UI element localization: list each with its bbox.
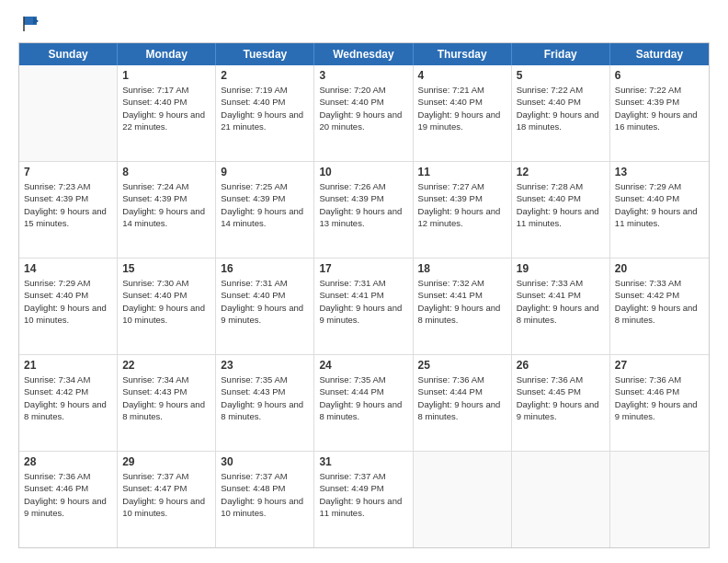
cal-cell: 10Sunrise: 7:26 AM Sunset: 4:39 PM Dayli… [314,162,413,258]
cell-info: Sunrise: 7:31 AM Sunset: 4:41 PM Dayligh… [319,277,407,326]
week-row-2: 7Sunrise: 7:23 AM Sunset: 4:39 PM Daylig… [19,162,709,259]
day-number: 27 [615,359,704,372]
day-number: 11 [418,166,506,178]
day-number: 25 [418,359,506,372]
cell-info: Sunrise: 7:21 AM Sunset: 4:40 PM Dayligh… [418,84,506,132]
header-day-tuesday: Tuesday [216,43,314,65]
cell-info: Sunrise: 7:36 AM Sunset: 4:46 PM Dayligh… [24,470,112,519]
cal-cell: 7Sunrise: 7:23 AM Sunset: 4:39 PM Daylig… [19,162,118,258]
cal-cell: 11Sunrise: 7:27 AM Sunset: 4:39 PM Dayli… [414,162,512,258]
cal-cell: 20Sunrise: 7:33 AM Sunset: 4:42 PM Dayli… [610,259,709,354]
cell-info: Sunrise: 7:27 AM Sunset: 4:39 PM Dayligh… [418,180,506,229]
cell-info: Sunrise: 7:34 AM Sunset: 4:42 PM Dayligh… [24,373,112,422]
cal-cell: 22Sunrise: 7:34 AM Sunset: 4:43 PM Dayli… [118,355,216,451]
cal-cell [414,452,512,547]
cell-info: Sunrise: 7:33 AM Sunset: 4:41 PM Dayligh… [517,277,605,326]
day-number: 13 [615,166,704,178]
cal-cell: 4Sunrise: 7:21 AM Sunset: 4:40 PM Daylig… [414,65,512,161]
cell-info: Sunrise: 7:36 AM Sunset: 4:45 PM Dayligh… [517,373,605,422]
cal-cell: 1Sunrise: 7:17 AM Sunset: 4:40 PM Daylig… [118,65,216,161]
cal-cell: 21Sunrise: 7:34 AM Sunset: 4:42 PM Dayli… [19,355,118,451]
cal-cell: 31Sunrise: 7:37 AM Sunset: 4:49 PM Dayli… [314,452,413,547]
cal-cell: 14Sunrise: 7:29 AM Sunset: 4:40 PM Dayli… [19,259,118,354]
day-number: 15 [122,262,210,275]
day-number: 18 [418,262,506,275]
day-number: 2 [221,69,309,82]
day-number: 9 [221,166,309,178]
cell-info: Sunrise: 7:23 AM Sunset: 4:39 PM Dayligh… [24,180,112,229]
page: SundayMondayTuesdayWednesdayThursdayFrid… [0,0,728,563]
cal-cell: 24Sunrise: 7:35 AM Sunset: 4:44 PM Dayli… [314,355,413,451]
day-number: 29 [122,455,210,468]
cal-cell: 30Sunrise: 7:37 AM Sunset: 4:48 PM Dayli… [216,452,314,547]
day-number: 17 [319,262,407,275]
week-row-4: 21Sunrise: 7:34 AM Sunset: 4:42 PM Dayli… [19,355,709,452]
cell-info: Sunrise: 7:22 AM Sunset: 4:39 PM Dayligh… [615,84,704,132]
cal-cell: 27Sunrise: 7:36 AM Sunset: 4:46 PM Dayli… [610,355,709,451]
cell-info: Sunrise: 7:32 AM Sunset: 4:41 PM Dayligh… [418,277,506,326]
cal-cell: 3Sunrise: 7:20 AM Sunset: 4:40 PM Daylig… [314,65,413,161]
cal-cell: 8Sunrise: 7:24 AM Sunset: 4:39 PM Daylig… [118,162,216,258]
cal-cell [610,452,709,547]
cell-info: Sunrise: 7:17 AM Sunset: 4:40 PM Dayligh… [122,84,210,132]
cal-cell: 23Sunrise: 7:35 AM Sunset: 4:43 PM Dayli… [216,355,314,451]
day-number: 4 [418,69,506,82]
cell-info: Sunrise: 7:34 AM Sunset: 4:43 PM Dayligh… [122,373,210,422]
cal-cell: 26Sunrise: 7:36 AM Sunset: 4:45 PM Dayli… [512,355,610,451]
day-number: 16 [221,262,309,275]
week-row-1: 1Sunrise: 7:17 AM Sunset: 4:40 PM Daylig… [19,65,709,162]
cell-info: Sunrise: 7:37 AM Sunset: 4:49 PM Dayligh… [319,470,407,519]
day-number: 5 [517,69,605,82]
header [18,15,710,33]
day-number: 12 [517,166,605,178]
cal-cell: 6Sunrise: 7:22 AM Sunset: 4:39 PM Daylig… [610,65,709,161]
day-number: 10 [319,166,407,178]
cell-info: Sunrise: 7:28 AM Sunset: 4:40 PM Dayligh… [517,180,605,229]
cell-info: Sunrise: 7:19 AM Sunset: 4:40 PM Dayligh… [221,84,309,132]
cal-cell: 19Sunrise: 7:33 AM Sunset: 4:41 PM Dayli… [512,259,610,354]
day-number: 8 [122,166,210,178]
cell-info: Sunrise: 7:30 AM Sunset: 4:40 PM Dayligh… [122,277,210,326]
day-number: 26 [517,359,605,372]
week-row-3: 14Sunrise: 7:29 AM Sunset: 4:40 PM Dayli… [19,259,709,355]
cal-cell: 12Sunrise: 7:28 AM Sunset: 4:40 PM Dayli… [512,162,610,258]
day-number: 7 [24,166,112,178]
cal-cell [512,452,610,547]
calendar: SundayMondayTuesdayWednesdayThursdayFrid… [18,42,710,548]
cell-info: Sunrise: 7:29 AM Sunset: 4:40 PM Dayligh… [615,180,704,229]
cell-info: Sunrise: 7:35 AM Sunset: 4:44 PM Dayligh… [319,373,407,422]
day-number: 6 [615,69,704,82]
cal-cell: 17Sunrise: 7:31 AM Sunset: 4:41 PM Dayli… [314,259,413,354]
day-number: 28 [24,455,112,468]
cal-cell: 15Sunrise: 7:30 AM Sunset: 4:40 PM Dayli… [118,259,216,354]
day-number: 22 [122,359,210,372]
cal-cell [19,65,118,161]
cell-info: Sunrise: 7:22 AM Sunset: 4:40 PM Dayligh… [517,84,605,132]
cell-info: Sunrise: 7:33 AM Sunset: 4:42 PM Dayligh… [615,277,704,326]
header-day-saturday: Saturday [610,43,709,65]
cal-cell: 2Sunrise: 7:19 AM Sunset: 4:40 PM Daylig… [216,65,314,161]
day-number: 3 [319,69,407,82]
cal-cell: 13Sunrise: 7:29 AM Sunset: 4:40 PM Dayli… [610,162,709,258]
day-number: 30 [221,455,309,468]
header-day-thursday: Thursday [414,43,512,65]
cell-info: Sunrise: 7:31 AM Sunset: 4:40 PM Dayligh… [221,277,309,326]
cell-info: Sunrise: 7:37 AM Sunset: 4:47 PM Dayligh… [122,470,210,519]
cell-info: Sunrise: 7:20 AM Sunset: 4:40 PM Dayligh… [319,84,407,132]
header-day-wednesday: Wednesday [314,43,413,65]
calendar-header-row: SundayMondayTuesdayWednesdayThursdayFrid… [19,43,709,65]
cal-cell: 5Sunrise: 7:22 AM Sunset: 4:40 PM Daylig… [512,65,610,161]
cell-info: Sunrise: 7:36 AM Sunset: 4:44 PM Dayligh… [418,373,506,422]
cell-info: Sunrise: 7:26 AM Sunset: 4:39 PM Dayligh… [319,180,407,229]
cal-cell: 25Sunrise: 7:36 AM Sunset: 4:44 PM Dayli… [414,355,512,451]
cell-info: Sunrise: 7:35 AM Sunset: 4:43 PM Dayligh… [221,373,309,422]
day-number: 21 [24,359,112,372]
cal-cell: 29Sunrise: 7:37 AM Sunset: 4:47 PM Dayli… [118,452,216,547]
cell-info: Sunrise: 7:29 AM Sunset: 4:40 PM Dayligh… [24,277,112,326]
cal-cell: 9Sunrise: 7:25 AM Sunset: 4:39 PM Daylig… [216,162,314,258]
cell-info: Sunrise: 7:36 AM Sunset: 4:46 PM Dayligh… [615,373,704,422]
day-number: 31 [319,455,407,468]
day-number: 23 [221,359,309,372]
header-day-friday: Friday [512,43,610,65]
cal-cell: 18Sunrise: 7:32 AM Sunset: 4:41 PM Dayli… [414,259,512,354]
